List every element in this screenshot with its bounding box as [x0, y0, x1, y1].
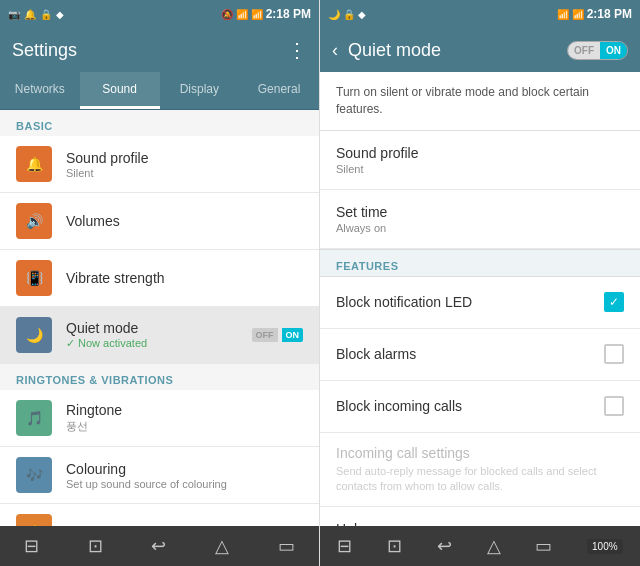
back-arrow: ‹ [332, 40, 338, 61]
vibrate-icon-shape: 📳 [25, 269, 43, 287]
menu-button[interactable]: ⋮ [287, 38, 307, 62]
left-nav-icon-1[interactable]: ⊟ [24, 535, 39, 557]
help-item[interactable]: Help [320, 507, 640, 526]
block-notification-led-checkbox[interactable] [604, 292, 624, 312]
block-alarms-text: Block alarms [336, 346, 604, 362]
ringtone-item[interactable]: 🎵 Ringtone 풍선 [0, 390, 319, 447]
incoming-call-title: Incoming call settings [336, 445, 624, 461]
tab-general[interactable]: General [239, 72, 319, 109]
right-status-right: 📶 📶 2:18 PM [557, 7, 632, 21]
tab-display[interactable]: Display [160, 72, 240, 109]
block-alarms-checkbox[interactable] [604, 344, 624, 364]
right-bottom-nav: ⊟ ⊡ ↩ △ ▭ 100% [320, 526, 640, 566]
colour-icon-shape: 🎶 [25, 466, 43, 484]
quiet-mode-text: Quiet mode ✓ Now activated [66, 320, 252, 350]
volumes-icon: 🔊 [16, 203, 52, 239]
volumes-item[interactable]: 🔊 Volumes [0, 193, 319, 250]
right-set-time-title: Set time [336, 204, 624, 220]
colouring-subtitle: Set up sound source of colouring [66, 478, 303, 490]
colouring-icon: 🎶 [16, 457, 52, 493]
right-signal-icon: 📶 [557, 9, 569, 20]
left-nav-home[interactable]: △ [215, 535, 229, 557]
ringtone-title: Ringtone [66, 402, 303, 418]
description-box: Turn on silent or vibrate mode and block… [320, 72, 640, 131]
vibrate-strength-item[interactable]: 📳 Vibrate strength [0, 250, 319, 307]
right-status-icons: 🌙 🔒 ◆ [328, 9, 366, 20]
features-header: FEATURES [320, 249, 640, 277]
quiet-icon-shape: 🌙 [25, 326, 43, 344]
left-nav-back[interactable]: ↩ [151, 535, 166, 557]
section-ringtones-header: RINGTONES & VIBRATIONS [0, 364, 319, 390]
incoming-call-settings-section: Incoming call settings Send auto-reply m… [320, 433, 640, 508]
left-content: BASIC 🔔 Sound profile Silent 🔊 Volumes 📳 [0, 110, 319, 526]
right-nav-home[interactable]: △ [487, 535, 501, 557]
quiet-mode-toggle[interactable]: OFF ON [252, 328, 304, 342]
wifi-icon: 📶 [236, 9, 248, 20]
left-status-icons: 📷 🔔 🔒 ◆ [8, 9, 64, 20]
block-alarms-item[interactable]: Block alarms [320, 329, 640, 381]
right-nav-icon-2[interactable]: ⊡ [387, 535, 402, 557]
main-toggle-off: OFF [568, 42, 600, 59]
vibrate-strength-text: Vibrate strength [66, 270, 303, 286]
sound-profile-item[interactable]: 🔔 Sound profile Silent [0, 136, 319, 193]
block-incoming-calls-checkbox[interactable] [604, 396, 624, 416]
right-content: Turn on silent or vibrate mode and block… [320, 72, 640, 526]
right-panel: 🌙 🔒 ◆ 📶 📶 2:18 PM ‹ Quiet mode OFF ON Tu… [320, 0, 640, 566]
right-status-bar: 🌙 🔒 ◆ 📶 📶 2:18 PM [320, 0, 640, 28]
sound-profile-icon: 🔔 [16, 146, 52, 182]
right-nav-back[interactable]: ↩ [437, 535, 452, 557]
block-notification-led-title: Block notification LED [336, 294, 604, 310]
diamond-icon: ◆ [56, 9, 64, 20]
right-sound-profile-title: Sound profile [336, 145, 624, 161]
block-notification-led-item[interactable]: Block notification LED [320, 277, 640, 329]
toggle-on-label: ON [282, 328, 304, 342]
ring-icon-shape: 🎵 [25, 409, 43, 427]
volumes-title: Volumes [66, 213, 303, 229]
main-toggle-on: ON [600, 42, 627, 59]
quiet-mode-item[interactable]: 🌙 Quiet mode ✓ Now activated OFF ON [0, 307, 319, 364]
ringtone-subtitle: 풍선 [66, 419, 303, 434]
vibrate-strength-title: Vibrate strength [66, 270, 303, 286]
left-app-bar: Settings ⋮ [0, 28, 319, 72]
colouring-title: Colouring [66, 461, 303, 477]
colouring-item[interactable]: 🎶 Colouring Set up sound source of colou… [0, 447, 319, 504]
sound-profile-title: Sound profile [66, 150, 303, 166]
right-set-time-text: Set time Always on [336, 204, 624, 234]
block-incoming-calls-item[interactable]: Block incoming calls [320, 381, 640, 433]
right-nav-icon-1[interactable]: ⊟ [337, 535, 352, 557]
block-incoming-calls-text: Block incoming calls [336, 398, 604, 414]
main-toggle[interactable]: OFF ON [567, 41, 628, 60]
back-button[interactable]: ‹ Quiet mode [332, 40, 441, 61]
notification-sound-item[interactable]: 🔔 Notification sound [0, 504, 319, 526]
right-sound-profile-item[interactable]: Sound profile Silent [320, 131, 640, 190]
colouring-text: Colouring Set up sound source of colouri… [66, 461, 303, 490]
right-nav-recents[interactable]: ▭ [535, 535, 552, 557]
sound-profile-subtitle: Silent [66, 167, 303, 179]
tab-networks[interactable]: Networks [0, 72, 80, 109]
left-nav-icon-2[interactable]: ⊡ [88, 535, 103, 557]
block-incoming-calls-title: Block incoming calls [336, 398, 604, 414]
tab-sound[interactable]: Sound [80, 72, 160, 109]
block-alarms-title: Block alarms [336, 346, 604, 362]
app-title: Settings [12, 40, 77, 61]
quiet-mode-subtitle: ✓ Now activated [66, 337, 252, 350]
left-panel: 📷 🔔 🔒 ◆ 🔕 📶 📶 2:18 PM Settings ⋮ Network… [0, 0, 320, 566]
screenshot-icon: 📷 [8, 9, 20, 20]
lock-icon: 🔒 [40, 9, 52, 20]
right-set-time-subtitle: Always on [336, 222, 624, 234]
sound-icon-shape: 🔔 [25, 155, 43, 173]
right-set-time-item[interactable]: Set time Always on [320, 190, 640, 249]
right-status-time: 2:18 PM [587, 7, 632, 21]
quiet-mode-title: Quiet mode [66, 320, 252, 336]
volumes-text: Volumes [66, 213, 303, 229]
vibrate-icon: 📳 [16, 260, 52, 296]
left-status-right: 🔕 📶 📶 2:18 PM [221, 7, 311, 21]
notification-sound-icon: 🔔 [16, 514, 52, 526]
left-bottom-nav: ⊟ ⊡ ↩ △ ▭ [0, 526, 319, 566]
left-nav-recents[interactable]: ▭ [278, 535, 295, 557]
sound-profile-text: Sound profile Silent [66, 150, 303, 179]
description-text: Turn on silent or vibrate mode and block… [336, 85, 589, 116]
right-notif-icons: 🌙 🔒 ◆ [328, 9, 366, 20]
cell-icon: 📶 [251, 9, 263, 20]
toggle-off-label: OFF [252, 328, 278, 342]
